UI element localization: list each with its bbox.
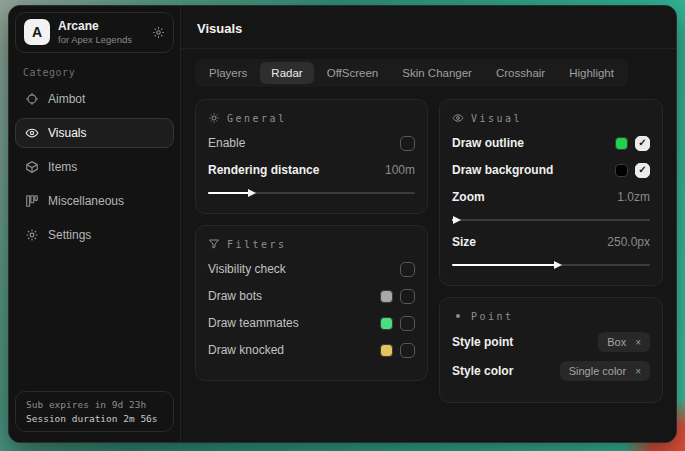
style-point-value: Box — [607, 336, 626, 348]
draw-knocked-color-swatch[interactable] — [380, 344, 393, 357]
zoom-value: 1.0zm — [617, 190, 650, 204]
page-title: Visuals — [197, 21, 242, 36]
main-header: Visuals — [181, 6, 677, 49]
draw-background-label: Draw background — [452, 163, 553, 177]
draw-knocked-checkbox[interactable] — [400, 343, 415, 358]
enable-label: Enable — [208, 136, 245, 150]
style-color-value: Single color — [569, 365, 626, 377]
point-card: Point Style point Box × Style color — [439, 297, 663, 403]
tab-players[interactable]: Players — [198, 62, 258, 84]
sidebar-item-miscellaneous[interactable]: Miscellaneous — [15, 186, 174, 216]
tab-skin-changer[interactable]: Skin Changer — [391, 62, 483, 84]
draw-outline-row: Draw outline — [452, 134, 650, 152]
draw-background-row: Draw background — [452, 161, 650, 179]
sidebar: A Arcane for Apex Legends Category — [9, 6, 181, 442]
size-slider[interactable] — [452, 260, 650, 269]
draw-knocked-label: Draw knocked — [208, 343, 284, 357]
subscription-card: Sub expires in 9d 23h Session duration 2… — [15, 391, 174, 432]
close-icon[interactable]: × — [635, 366, 641, 377]
sidebar-item-visuals[interactable]: Visuals — [15, 118, 174, 148]
main-panel: Visuals Players Radar OffScreen Skin Cha… — [181, 6, 677, 442]
draw-bots-row: Draw bots — [208, 287, 415, 305]
tab-offscreen[interactable]: OffScreen — [316, 62, 390, 84]
app-subtitle: for Apex Legends — [58, 34, 132, 46]
dot-icon — [452, 310, 464, 322]
category-label: Category — [23, 67, 166, 78]
general-card: General Enable Rendering distance 100m — [195, 99, 428, 214]
gear-icon — [25, 228, 39, 242]
visibility-check-checkbox[interactable] — [400, 262, 415, 277]
session-duration-text: Session duration 2m 56s — [26, 413, 163, 424]
package-icon — [25, 160, 39, 174]
sidebar-item-label: Miscellaneous — [48, 194, 124, 208]
sidebar-item-aimbot[interactable]: Aimbot — [15, 84, 174, 114]
slider-thumb[interactable] — [453, 216, 461, 224]
settings-gear-icon[interactable] — [152, 26, 165, 39]
draw-outline-label: Draw outline — [452, 136, 524, 150]
draw-bots-color-swatch[interactable] — [380, 290, 393, 303]
rendering-distance-value: 100m — [385, 163, 415, 177]
sidebar-item-items[interactable]: Items — [15, 152, 174, 182]
enable-row: Enable — [208, 134, 415, 152]
draw-teammates-row: Draw teammates — [208, 314, 415, 332]
brand-card: A Arcane for Apex Legends — [15, 12, 174, 53]
tab-radar[interactable]: Radar — [260, 62, 313, 84]
tab-highlight[interactable]: Highlight — [558, 62, 625, 84]
rendering-distance-slider[interactable] — [208, 188, 415, 197]
sidebar-item-settings[interactable]: Settings — [15, 220, 174, 250]
draw-teammates-label: Draw teammates — [208, 316, 299, 330]
columns-icon — [25, 194, 39, 208]
zoom-row: Zoom 1.0zm — [452, 188, 650, 206]
draw-bots-checkbox[interactable] — [400, 289, 415, 304]
section-title-point: Point — [471, 311, 514, 322]
eye-icon — [25, 126, 39, 140]
zoom-slider[interactable] — [452, 215, 650, 224]
draw-bots-label: Draw bots — [208, 289, 262, 303]
style-point-label: Style point — [452, 335, 513, 349]
sub-expires-text: Sub expires in 9d 23h — [26, 399, 163, 410]
draw-outline-checkbox[interactable] — [635, 136, 650, 151]
sidebar-item-label: Items — [48, 160, 77, 174]
rendering-distance-label: Rendering distance — [208, 163, 319, 177]
style-color-select[interactable]: Single color × — [560, 361, 650, 381]
tab-bar: Players Radar OffScreen Skin Changer Cro… — [195, 59, 628, 87]
crosshair-icon — [25, 92, 39, 106]
size-row: Size 250.0px — [452, 233, 650, 251]
section-title-visual: Visual — [471, 113, 522, 124]
enable-checkbox[interactable] — [400, 136, 415, 151]
draw-outline-color-swatch[interactable] — [615, 137, 628, 150]
funnel-icon — [208, 238, 220, 250]
size-label: Size — [452, 235, 476, 249]
eye-icon — [452, 112, 464, 124]
draw-background-color-swatch[interactable] — [615, 164, 628, 177]
sun-gear-icon — [208, 112, 220, 124]
style-point-select[interactable]: Box × — [598, 332, 650, 352]
app-window: A Arcane for Apex Legends Category — [8, 5, 677, 443]
filters-card: Filters Visibility check Draw bots — [195, 225, 428, 381]
slider-thumb[interactable] — [248, 189, 256, 197]
app-logo: A — [24, 19, 50, 45]
style-color-row: Style color Single color × — [452, 361, 650, 381]
visibility-check-row: Visibility check — [208, 260, 415, 278]
sidebar-item-label: Aimbot — [48, 92, 85, 106]
rendering-distance-row: Rendering distance 100m — [208, 161, 415, 179]
size-value: 250.0px — [607, 235, 650, 249]
draw-teammates-checkbox[interactable] — [400, 316, 415, 331]
tab-crosshair[interactable]: Crosshair — [485, 62, 556, 84]
sidebar-item-label: Visuals — [48, 126, 86, 140]
visibility-check-label: Visibility check — [208, 262, 286, 276]
style-point-row: Style point Box × — [452, 332, 650, 352]
draw-background-checkbox[interactable] — [635, 163, 650, 178]
app-title: Arcane — [58, 19, 132, 34]
close-icon[interactable]: × — [635, 337, 641, 348]
sidebar-nav: Aimbot Visuals Items — [15, 84, 174, 250]
visual-card: Visual Draw outline Draw background — [439, 99, 663, 286]
draw-teammates-color-swatch[interactable] — [380, 317, 393, 330]
sidebar-item-label: Settings — [48, 228, 91, 242]
zoom-label: Zoom — [452, 190, 485, 204]
section-title-general: General — [227, 113, 287, 124]
draw-knocked-row: Draw knocked — [208, 341, 415, 359]
slider-thumb[interactable] — [554, 261, 562, 269]
style-color-label: Style color — [452, 364, 513, 378]
section-title-filters: Filters — [227, 239, 287, 250]
